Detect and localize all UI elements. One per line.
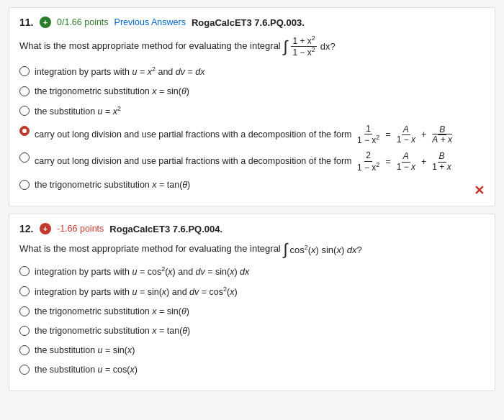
option-12-3: the trigonometric substitution x = sin(θ…: [19, 305, 485, 319]
points-12: -1.66 points: [57, 224, 104, 234]
integral-11: ∫ 1 + x2 1 − x2 dx?: [283, 35, 335, 58]
question-text-11: What is the most appropriate method for …: [19, 35, 485, 58]
option-12-5: the substitution u = sin(x): [19, 344, 485, 357]
option-12-4: the trigonometric substitution x = tan(θ…: [19, 324, 485, 338]
wrong-mark-11: ✕: [474, 183, 485, 198]
points-11: 0/1.66 points: [57, 17, 109, 27]
options-list-11: integration by parts with u = x2 and dv …: [19, 65, 485, 191]
question-12-header: 12. + -1.66 points RogaCalcET3 7.6.PQ.00…: [19, 223, 485, 234]
integral-symbol-12: ∫: [283, 242, 287, 257]
radio-11-6[interactable]: [19, 180, 30, 190]
option-12-6: the substitution u = cos(x): [19, 363, 485, 377]
question-11: 11. + 0/1.66 points Previous Answers Rog…: [9, 7, 495, 206]
integral-symbol-11: ∫: [283, 39, 287, 55]
question-12-number: 12.: [19, 223, 34, 234]
question-12: 12. + -1.66 points RogaCalcET3 7.6.PQ.00…: [9, 214, 495, 391]
radio-12-3[interactable]: [19, 306, 30, 316]
radio-11-4[interactable]: [19, 126, 30, 136]
radio-12-2[interactable]: [19, 286, 30, 296]
option-11-2: the trigonometric substitution x = sin(θ…: [19, 85, 485, 99]
radio-11-3[interactable]: [19, 106, 30, 116]
radio-11-2[interactable]: [19, 86, 30, 96]
radio-11-5[interactable]: [19, 152, 30, 163]
fraction-11: 1 + x2 1 − x2: [291, 35, 316, 58]
problem-id-11: RogaCalcET3 7.6.PQ.003.: [192, 17, 305, 28]
question-11-header: 11. + 0/1.66 points Previous Answers Rog…: [19, 17, 485, 28]
option-11-4: carry out long division and use partial …: [19, 124, 485, 145]
problem-id-12: RogaCalcET3 7.6.PQ.004.: [109, 224, 222, 234]
radio-12-4[interactable]: [19, 326, 30, 336]
option-11-5: carry out long division and use partial …: [19, 151, 485, 172]
options-list-12: integration by parts with u = cos2(x) an…: [19, 265, 485, 376]
option-11-6: the trigonometric substitution x = tan(θ…: [19, 178, 485, 192]
radio-12-6[interactable]: [19, 365, 30, 375]
points-icon-11: +: [40, 17, 51, 28]
question-text-12: What is the most appropriate method for …: [19, 242, 485, 257]
radio-12-1[interactable]: [19, 266, 30, 276]
option-11-3: the substitution u = x2: [19, 104, 485, 119]
prev-answers-link-11[interactable]: Previous Answers: [114, 17, 186, 27]
option-12-2: integration by parts with u = sin(x) and…: [19, 285, 485, 299]
radio-11-1[interactable]: [19, 66, 30, 76]
radio-12-5[interactable]: [19, 345, 30, 355]
points-icon-12: +: [40, 223, 51, 234]
integral-12: ∫ cos2(x) sin(x) dx?: [283, 242, 361, 257]
option-12-1: integration by parts with u = cos2(x) an…: [19, 265, 485, 279]
question-11-number: 11.: [19, 17, 34, 28]
option-11-1: integration by parts with u = x2 and dv …: [19, 65, 485, 79]
